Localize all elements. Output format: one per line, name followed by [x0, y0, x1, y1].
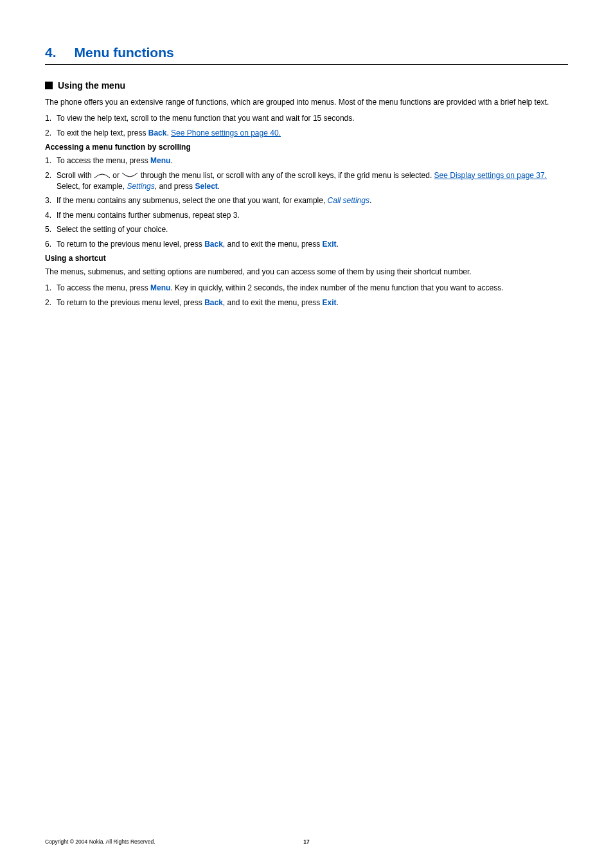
step-text: , and press — [155, 182, 195, 191]
ui-label-menu: Menu — [150, 156, 170, 165]
section-heading: Using the menu — [58, 80, 125, 91]
ui-label-back: Back — [204, 240, 223, 249]
chapter-name: Menu functions — [75, 45, 174, 60]
step-text: To return to the previous menu level, pr… — [57, 240, 204, 249]
shortcut-steps-list: To access the menu, press Menu. Key in q… — [45, 283, 568, 308]
step-text: If the menu contains any submenus, selec… — [57, 196, 328, 205]
section-bullet-icon — [45, 82, 53, 89]
step-text: To view the help text, scroll to the men… — [57, 114, 355, 123]
step-text: . — [170, 156, 172, 165]
list-item: To access the menu, press Menu. Key in q… — [45, 283, 568, 294]
step-text: . — [337, 240, 339, 249]
scroll-up-icon — [94, 172, 111, 179]
page-number: 17 — [303, 838, 309, 845]
step-text: . — [369, 196, 371, 205]
section-title: Using the menu — [45, 80, 568, 91]
list-item: If the menu contains further submenus, r… — [45, 210, 568, 221]
copyright: Copyright © 2004 Nokia. All Rights Reser… — [45, 838, 155, 845]
list-item: To access the menu, press Menu. — [45, 155, 568, 166]
step-text: Select, for example, — [57, 182, 127, 191]
link-phone-settings[interactable]: See Phone settings on page 40. — [171, 128, 281, 137]
access-steps-list: To access the menu, press Menu. Scroll w… — [45, 155, 568, 250]
step-text: . — [337, 298, 339, 307]
step-text: . — [218, 182, 220, 191]
ui-label-select: Select — [195, 182, 217, 191]
ui-label-exit: Exit — [323, 240, 337, 249]
step-text: Select the setting of your choice. — [57, 225, 168, 234]
ui-label-menu: Menu — [150, 283, 170, 292]
step-text: Scroll with — [57, 171, 94, 180]
chapter-number: 4. — [45, 45, 57, 60]
step-text: through the menu list, or scroll with an… — [138, 171, 434, 180]
subheading-scrolling: Accessing a menu function by scrolling — [45, 143, 568, 152]
ui-label-back: Back — [204, 298, 223, 307]
section-intro: The phone offers you an extensive range … — [45, 97, 568, 108]
step-text: To access the menu, press — [57, 283, 150, 292]
menu-item-settings: Settings — [127, 182, 154, 191]
ui-label-back: Back — [148, 128, 167, 137]
list-item: If the menu contains any submenus, selec… — [45, 195, 568, 206]
menu-item-call-settings: Call settings — [328, 196, 369, 205]
list-item: To return to the previous menu level, pr… — [45, 297, 568, 308]
subheading-shortcut: Using a shortcut — [45, 254, 568, 263]
list-item: To view the help text, scroll to the men… — [45, 113, 568, 124]
list-item: Scroll with or through the menu list, or… — [45, 170, 568, 193]
link-display-settings[interactable]: See Display settings on page 37. — [434, 171, 547, 180]
step-text: , and to exit the menu, press — [223, 240, 323, 249]
step-text: To access the menu, press — [57, 156, 150, 165]
shortcut-intro: The menus, submenus, and setting options… — [45, 267, 568, 278]
step-text: To exit the help text, press — [57, 128, 148, 137]
list-item: To exit the help text, press Back. See P… — [45, 128, 568, 139]
step-text: To return to the previous menu level, pr… — [57, 298, 204, 307]
list-item: To return to the previous menu level, pr… — [45, 239, 568, 250]
help-steps-list: To view the help text, scroll to the men… — [45, 113, 568, 139]
footer: Copyright © 2004 Nokia. All Rights Reser… — [45, 838, 568, 845]
step-text: or — [111, 171, 121, 180]
step-text: , and to exit the menu, press — [223, 298, 323, 307]
ui-label-exit: Exit — [323, 298, 337, 307]
chapter-title: 4. Menu functions — [45, 45, 568, 65]
step-text: If the menu contains further submenus, r… — [57, 211, 240, 220]
step-text: . Key in quickly, within 2 seconds, the … — [170, 283, 503, 292]
scroll-down-icon — [121, 172, 138, 179]
list-item: Select the setting of your choice. — [45, 224, 568, 235]
